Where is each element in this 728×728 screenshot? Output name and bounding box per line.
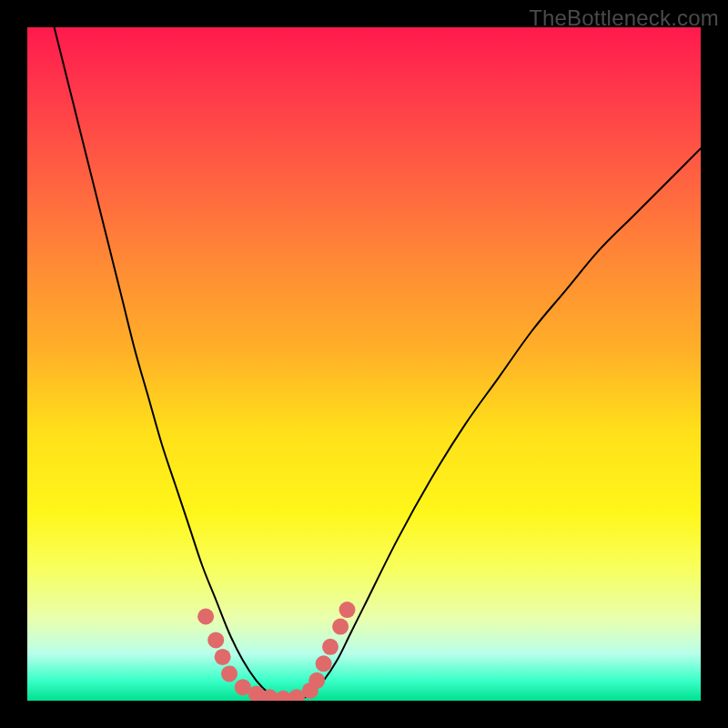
data-marker bbox=[221, 665, 238, 682]
chart-svg bbox=[27, 27, 701, 701]
chart-frame: TheBottleneck.com bbox=[0, 0, 728, 728]
bottleneck-curve bbox=[55, 27, 701, 701]
data-marker bbox=[332, 619, 349, 635]
data-marker bbox=[308, 672, 325, 689]
data-marker bbox=[207, 632, 224, 648]
data-marker bbox=[322, 639, 339, 655]
data-marker bbox=[339, 602, 356, 618]
data-marker bbox=[316, 655, 332, 672]
data-marker bbox=[215, 649, 231, 665]
plot-area bbox=[27, 27, 701, 701]
marker-layer bbox=[197, 602, 355, 701]
curve-layer bbox=[55, 27, 701, 701]
data-marker bbox=[197, 609, 214, 625]
watermark-text: TheBottleneck.com bbox=[529, 5, 719, 31]
